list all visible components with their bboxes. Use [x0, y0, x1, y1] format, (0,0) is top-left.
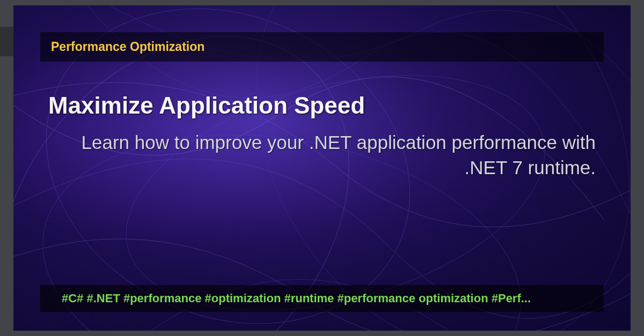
tags-text: #C# #.NET #performance #optimization #ru… [62, 292, 582, 305]
side-strip [0, 27, 13, 56]
tags-bar: #C# #.NET #performance #optimization #ru… [40, 285, 604, 312]
description-text: Learn how to improve your .NET applicati… [48, 130, 596, 181]
category-bar: Performance Optimization [40, 32, 604, 62]
category-label: Performance Optimization [51, 40, 204, 54]
page-title: Maximize Application Speed [48, 92, 365, 119]
feature-card: Performance Optimization Maximize Applic… [13, 5, 631, 331]
